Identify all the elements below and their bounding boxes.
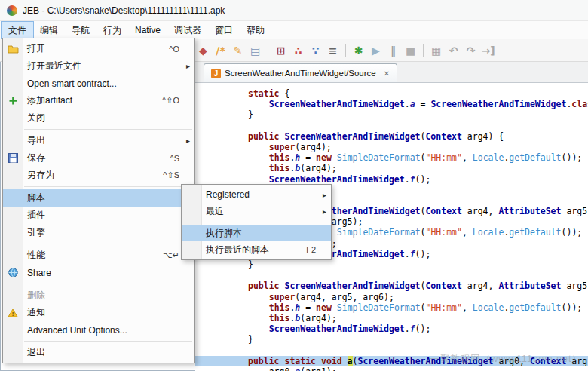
java-source-icon: J xyxy=(211,69,221,78)
comment-icon[interactable]: /* xyxy=(213,44,228,57)
file-menu-item-close[interactable]: 关闭 xyxy=(3,109,194,127)
graph-icon[interactable]: ∴ xyxy=(291,44,305,57)
pause-icon[interactable]: ‖ xyxy=(386,44,400,57)
toolbar-separator xyxy=(345,44,346,57)
menu-separator xyxy=(203,222,329,222)
tab-close-icon[interactable]: ✕ xyxy=(384,69,390,78)
file-menu-item-scripts[interactable]: 脚本▸ xyxy=(3,189,194,207)
code-line-24: } xyxy=(248,334,588,345)
play-icon[interactable]: ▶ xyxy=(369,44,383,57)
file-menu-item-open[interactable]: 打开^O xyxy=(3,40,194,57)
plus-icon xyxy=(7,96,19,106)
code-line-4 xyxy=(248,121,588,131)
package-icon[interactable]: ◆ xyxy=(196,44,210,57)
code-line-21: this.h = new SimpleDateFormat("HH:mm", L… xyxy=(248,302,588,313)
submenu-arrow-icon: ▸ xyxy=(182,62,190,70)
sort-icon[interactable]: ≡ xyxy=(326,44,340,57)
menubar-item-navigate[interactable]: 导航 xyxy=(65,22,96,39)
code-line-23: ScreenWeatherAndTimeWidget.f(); xyxy=(248,323,588,334)
file-menu-item-export[interactable]: 导出▸ xyxy=(3,132,194,149)
menu-separator xyxy=(24,284,192,284)
undo-icon[interactable]: ↶ xyxy=(446,44,461,57)
menubar-item-window[interactable]: 窗口 xyxy=(208,22,240,39)
file-menu-item-open-label: 打开 xyxy=(27,42,45,55)
tab-source[interactable]: J ScreenWeatherAndTimeWidget/Source ✕ xyxy=(204,63,397,82)
tab-label: ScreenWeatherAndTimeWidget/Source xyxy=(225,69,376,78)
file-menu-item-open-recent[interactable]: 打开最近文件▸ xyxy=(3,57,194,75)
file-menu-item-performance-label: 性能 xyxy=(27,249,45,262)
script-menu-item-run-script[interactable]: 执行脚本 xyxy=(182,225,331,241)
menubar-item-edit[interactable]: 编辑 xyxy=(33,22,65,39)
file-menu-item-open-recent-label: 打开最近文件 xyxy=(27,60,81,72)
script-menu-item-registered-label: Registered xyxy=(206,189,250,200)
file-menu-item-engines-label: 引擎 xyxy=(27,226,45,239)
file-menu-item-save-label: 保存 xyxy=(27,152,45,164)
code-line-22: this.b(arg4); xyxy=(248,313,588,323)
file-menu-item-performance[interactable]: 性能⌥↵ xyxy=(3,247,194,264)
file-menu-item-close-label: 关闭 xyxy=(27,112,45,124)
menubar-item-file[interactable]: 文件 xyxy=(2,22,33,39)
window-title: JEB - C:\Users\snake\Desktop\111111111\1… xyxy=(23,5,225,16)
stop-icon[interactable]: ■ xyxy=(403,44,418,57)
file-menu-item-notifications[interactable]: !通知 xyxy=(3,304,194,321)
file-menu-item-share[interactable]: Share xyxy=(3,264,194,281)
redo-icon[interactable]: ↷ xyxy=(464,44,478,57)
menubar-item-help[interactable]: 帮助 xyxy=(240,22,271,39)
code-line-19: public ScreenWeatherAndTimeWidget(Contex… xyxy=(248,281,588,291)
rename-icon[interactable]: ✎ xyxy=(231,44,245,57)
file-menu-item-add-artifact-shortcut: ^⇧O xyxy=(162,96,179,106)
menu-separator xyxy=(24,341,192,342)
file-menu-item-notifications-label: 通知 xyxy=(27,306,45,319)
file-menu-item-performance-shortcut: ⌥↵ xyxy=(163,250,179,260)
folder-icon xyxy=(7,44,19,54)
file-menu-item-delete: 删除 xyxy=(3,287,194,304)
submenu-arrow-icon: ▸ xyxy=(318,191,326,199)
file-menu-item-open-smart-contract-label: Open smart contract... xyxy=(27,78,117,89)
file-menu-item-plugins[interactable]: 插件▸ xyxy=(3,207,194,224)
file-menu-item-save-as[interactable]: 另存为^⇧S xyxy=(3,167,194,184)
menu-separator xyxy=(24,186,192,187)
goto-icon[interactable]: →] xyxy=(481,44,495,57)
jeb-window: JEB - C:\Users\snake\Desktop\111111111\1… xyxy=(0,0,588,371)
script-menu-item-recent[interactable]: 最近▸ xyxy=(182,203,331,219)
code-line-2: ScreenWeatherAndTimeWidget.a = ScreenWea… xyxy=(248,99,588,109)
code-line-1: static { xyxy=(248,88,588,99)
script-menu-item-run-last-script[interactable]: 执行最近的脚本F2 xyxy=(182,241,331,258)
file-menu-item-engines[interactable]: 引擎▸ xyxy=(3,224,194,241)
file-menu-item-advanced-unit-options-label: Advanced Unit Options... xyxy=(27,325,127,336)
submenu-arrow-icon: ▸ xyxy=(182,136,190,145)
toolbar-separator xyxy=(423,44,424,57)
convert-icon[interactable]: ▤ xyxy=(248,44,262,57)
add-table-icon[interactable]: ⊞ xyxy=(274,44,288,57)
script-menu-item-run-last-script-shortcut: F2 xyxy=(306,245,316,254)
callgraph-icon[interactable]: ∵ xyxy=(308,44,323,57)
file-menu-item-exit-label: 退出 xyxy=(27,346,45,359)
code-line-3: } xyxy=(248,109,588,120)
script-menu-item-run-script-label: 执行脚本 xyxy=(206,227,242,240)
script-menu-item-registered[interactable]: Registered▸ xyxy=(182,186,331,203)
menubar-item-action[interactable]: 行为 xyxy=(96,22,128,39)
menu-separator xyxy=(24,129,192,130)
code-line-9: ScreenWeatherAndTimeWidget.f(); xyxy=(248,174,588,185)
menu-separator xyxy=(24,244,192,244)
file-menu-item-scripts-label: 脚本 xyxy=(27,192,45,204)
file-menu-item-plugins-label: 插件 xyxy=(27,209,45,222)
file-menu-item-open-smart-contract[interactable]: Open smart contract... xyxy=(3,75,194,92)
snapshot-icon[interactable]: ▦ xyxy=(429,44,443,57)
file-menu-item-save[interactable]: 保存^S xyxy=(3,149,194,167)
file-menu-item-open-shortcut: ^O xyxy=(169,44,179,54)
file-menu-item-add-artifact[interactable]: 添加artifact^⇧O xyxy=(3,92,194,109)
floppy-icon xyxy=(7,153,19,164)
warning-icon: ! xyxy=(7,308,19,318)
script-menu-item-run-last-script-label: 执行最近的脚本 xyxy=(206,244,269,256)
run-script-icon[interactable]: ✱ xyxy=(351,44,366,57)
file-menu-item-share-label: Share xyxy=(27,268,51,278)
jeb-app-icon xyxy=(7,5,17,16)
menubar-item-debugger[interactable]: 调试器 xyxy=(167,22,208,39)
file-menu-item-save-as-shortcut: ^⇧S xyxy=(163,170,179,180)
code-line-5: public ScreenWeatherAndTimeWidget(Contex… xyxy=(248,131,588,142)
file-menu-item-exit[interactable]: 退出 xyxy=(3,344,194,361)
code-line-20: super(arg4, arg5, arg6); xyxy=(248,292,588,302)
menubar-item-native[interactable]: Native xyxy=(128,23,167,38)
file-menu-item-advanced-unit-options[interactable]: Advanced Unit Options... xyxy=(3,321,194,339)
